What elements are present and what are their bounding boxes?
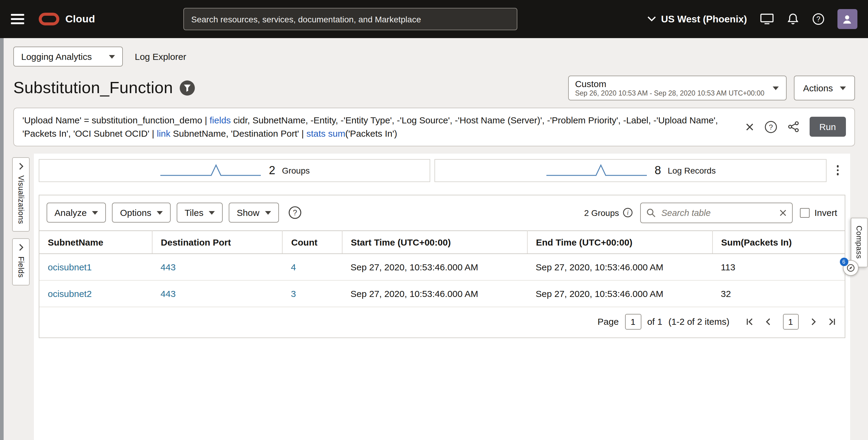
groups-count: 2 (269, 164, 275, 177)
user-avatar[interactable] (837, 9, 857, 29)
column-header[interactable]: Destination Port (152, 230, 283, 253)
query-bar[interactable]: 'Upload Name' = substitution_function_de… (13, 108, 855, 146)
column-header[interactable]: Sum(Packets In) (712, 230, 845, 253)
pagination-nav: 1 (745, 314, 836, 329)
compass-fab-button[interactable]: 6 (843, 260, 858, 276)
clear-query-icon[interactable] (745, 123, 754, 131)
cell-link[interactable]: 443 (161, 261, 176, 272)
oracle-logo-icon (39, 13, 59, 25)
caret-down-icon (209, 211, 215, 214)
compass-panel-toggle[interactable]: Compass (850, 217, 867, 267)
results-table-card: Analyze Options Tiles Show (39, 194, 845, 338)
cell-link[interactable]: ocisubnet1 (48, 261, 92, 272)
query-text[interactable]: 'Upload Name' = substitution_function_de… (22, 114, 736, 140)
topbar-right: US West (Phoenix) ? (647, 9, 857, 29)
log-records-tile[interactable]: 8 Log Records (435, 159, 827, 182)
time-range-picker[interactable]: Custom Sep 26, 2020 10:53 AM - Sep 28, 2… (568, 75, 787, 100)
tiles-button[interactable]: Tiles (177, 202, 223, 223)
query-keyword: stats (307, 128, 326, 138)
column-header[interactable]: Count (283, 230, 342, 253)
log-records-count: 8 (655, 164, 661, 177)
table-cell: 443 (152, 280, 283, 307)
groups-tile[interactable]: 2 Groups (39, 159, 431, 182)
query-keyword: fields (210, 115, 231, 125)
table-header-row: SubnetName Destination Port Count Start … (39, 230, 844, 253)
show-button[interactable]: Show (229, 202, 279, 223)
workspace: Visualizations Fields 2 Groups 8 (0, 153, 868, 440)
table-search (640, 202, 793, 223)
groups-sparkline (159, 163, 262, 178)
scope-filter-icon[interactable] (180, 81, 195, 96)
table-search-input[interactable] (660, 207, 775, 218)
page-of-label: of 1 (647, 316, 662, 326)
help-icon[interactable]: ? (812, 13, 825, 25)
caret-down-icon (109, 55, 115, 58)
next-page-icon[interactable] (809, 317, 817, 326)
share-icon[interactable] (788, 121, 799, 133)
table-cell: 32 (712, 280, 845, 307)
cell-link[interactable]: 3 (291, 288, 296, 298)
person-icon (841, 13, 853, 25)
table-cell: Sep 27, 2020, 10:53:46.000 AM (527, 280, 712, 307)
run-button[interactable]: Run (810, 117, 846, 137)
menu-icon[interactable] (11, 14, 24, 24)
previous-page-icon[interactable] (764, 317, 772, 326)
chevron-down-icon (647, 16, 656, 22)
items-range-label: (1-2 of 2 items) (668, 316, 730, 326)
svg-text:i: i (627, 209, 629, 216)
last-page-icon[interactable] (828, 317, 836, 326)
table-cell: 4 (283, 253, 342, 280)
current-page-button[interactable]: 1 (783, 314, 798, 329)
tiles-menu-icon[interactable] (831, 162, 845, 179)
clear-search-icon[interactable] (779, 209, 786, 216)
caret-down-icon (92, 211, 98, 214)
visualizations-panel-toggle[interactable]: Visualizations (12, 157, 30, 232)
cell-link[interactable]: 4 (291, 261, 296, 272)
table-toolbar-right: 2 Groups i Invert (584, 202, 837, 223)
time-range-value: Sep 26, 2020 10:53 AM - Sep 28, 2020 10:… (575, 90, 765, 97)
query-fragment: ('Packets In') (345, 128, 397, 138)
invert-label: Invert (814, 208, 837, 218)
info-icon[interactable]: i (623, 208, 633, 218)
left-scrollbar[interactable] (0, 38, 4, 440)
caret-down-icon (157, 211, 163, 214)
time-range-label: Custom (575, 78, 765, 89)
first-page-icon[interactable] (745, 317, 754, 326)
column-header[interactable]: End Time (UTC+00:00) (527, 230, 712, 253)
topbar: Cloud US West (Phoenix) ? (0, 0, 868, 38)
title-row: Substitution_Function Custom Sep 26, 202… (0, 75, 868, 100)
column-header[interactable]: Start Time (UTC+00:00) (342, 230, 527, 253)
cell-link[interactable]: 443 (161, 288, 176, 298)
compass-panel: Compass 6 (850, 217, 867, 276)
actions-button[interactable]: Actions (794, 75, 855, 100)
compass-icon (846, 263, 855, 272)
region-selector[interactable]: US West (Phoenix) (647, 13, 747, 25)
cell-link[interactable]: ocisubnet2 (48, 288, 92, 298)
page-number-input[interactable] (625, 314, 641, 329)
cloud-shell-icon[interactable] (760, 13, 774, 25)
analyze-label: Analyze (55, 208, 87, 218)
invert-checkbox[interactable] (800, 208, 810, 217)
table-cell: Sep 27, 2020, 10:53:46.000 AM (342, 253, 527, 280)
query-fragment: SubnetName, 'Destination Port' | (170, 128, 307, 138)
options-button[interactable]: Options (112, 202, 170, 223)
fields-panel-toggle[interactable]: Fields (12, 238, 30, 285)
query-help-icon[interactable]: ? (764, 120, 778, 134)
query-keyword: link (157, 128, 170, 138)
service-selector[interactable]: Logging Analytics (13, 46, 123, 66)
table-help-icon[interactable]: ? (288, 206, 302, 220)
log-records-sparkline (545, 163, 648, 178)
analyze-button[interactable]: Analyze (46, 202, 106, 223)
brand: Cloud (39, 13, 95, 25)
summary-tiles: 2 Groups 8 Log Records (34, 153, 850, 182)
column-header[interactable]: SubnetName (39, 230, 152, 253)
groups-tile-label: Groups (282, 165, 310, 175)
left-panel-tabs: Visualizations Fields (12, 157, 30, 285)
table-cell: 3 (283, 280, 342, 307)
groups-count-text: 2 Groups (584, 208, 619, 217)
query-keyword: sum (328, 128, 345, 138)
global-search-input[interactable] (183, 8, 517, 30)
page-label: Page (597, 316, 619, 326)
subheader: Logging Analytics Log Explorer (0, 38, 868, 66)
notifications-bell-icon[interactable] (786, 13, 799, 25)
